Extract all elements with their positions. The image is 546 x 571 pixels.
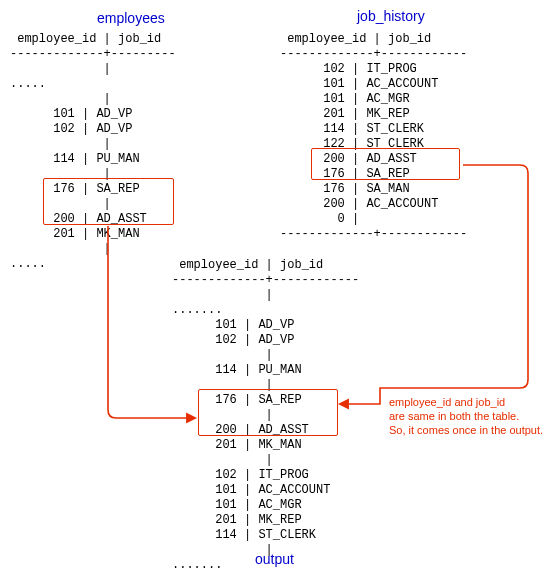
annotation-line: employee_id and job_id xyxy=(389,395,546,409)
table-row: 176 | SA_REP xyxy=(280,167,467,182)
table-row: 176 | SA_REP xyxy=(172,393,359,408)
table-row: 101 | AC_MGR xyxy=(280,92,467,107)
output-bar: | xyxy=(172,408,359,423)
employees-col2: job_id xyxy=(118,32,161,46)
output-col2: job_id xyxy=(280,258,323,272)
output-dots: ....... xyxy=(172,303,359,318)
table-row: 101 | AC_ACCOUNT xyxy=(280,77,467,92)
table-row: 102 | IT_PROG xyxy=(280,62,467,77)
table-row: 114 | ST_CLERK xyxy=(172,528,359,543)
jobhistory-col1: employee_id xyxy=(287,32,366,46)
table-row: 114 | ST_CLERK xyxy=(280,122,467,137)
table-row: 200 | AD_ASST xyxy=(172,423,359,438)
table-row: 200 | AD_ASST xyxy=(10,212,176,227)
job-history-table: employee_id | job_id -------------+-----… xyxy=(280,32,467,242)
employees-bar: | xyxy=(10,197,176,212)
jobhistory-col2: job_id xyxy=(388,32,431,46)
annotation-line: So, it comes once in the output. xyxy=(389,423,546,437)
table-row: 201 | MK_REP xyxy=(172,513,359,528)
output-col1: employee_id xyxy=(179,258,258,272)
employees-bar: | xyxy=(10,167,176,182)
table-row: 176 | SA_MAN xyxy=(280,182,467,197)
job-history-title: job_history xyxy=(357,8,425,24)
table-row: 114 | PU_MAN xyxy=(172,363,359,378)
table-row: 102 | IT_PROG xyxy=(172,468,359,483)
employees-bar: | xyxy=(10,137,176,152)
table-row: 101 | AD_VP xyxy=(172,318,359,333)
employees-dots: ..... xyxy=(10,257,176,272)
output-bar: | xyxy=(172,348,359,363)
annotation-text: employee_id and job_id are same in both … xyxy=(389,395,546,437)
output-bar: | xyxy=(172,378,359,393)
jobhistory-dash: -------------+------------ xyxy=(280,47,467,62)
table-row: 201 | MK_MAN xyxy=(10,227,176,242)
output-dots: ....... xyxy=(172,558,359,571)
output-bar: | xyxy=(172,453,359,468)
table-row: 101 | AC_ACCOUNT xyxy=(172,483,359,498)
output-table: employee_id | job_id -------------+-----… xyxy=(172,258,359,571)
table-row: 101 | AD_VP xyxy=(10,107,176,122)
employees-bar: | xyxy=(10,242,176,257)
employees-table: employee_id | job_id -------------+-----… xyxy=(10,32,176,272)
employees-dots: ..... xyxy=(10,77,176,92)
output-bar: | xyxy=(172,543,359,558)
table-row: 102 | AD_VP xyxy=(10,122,176,137)
annotation-line: are same in both the table. xyxy=(389,409,546,423)
table-row: 200 | AD_ASST xyxy=(280,152,467,167)
table-row: 102 | AD_VP xyxy=(172,333,359,348)
jobhistory-dash: -------------+------------ xyxy=(280,227,467,242)
employees-col1: employee_id xyxy=(17,32,96,46)
table-row: 0 | xyxy=(280,212,467,227)
table-row: 201 | MK_REP xyxy=(280,107,467,122)
employees-bar: | xyxy=(10,62,176,77)
employees-dash: -------------+--------- xyxy=(10,47,176,62)
employees-title: employees xyxy=(97,10,165,26)
output-bar: | xyxy=(172,288,359,303)
table-row: 122 | ST_CLERK xyxy=(280,137,467,152)
employees-bar: | xyxy=(10,92,176,107)
table-row: 200 | AC_ACCOUNT xyxy=(280,197,467,212)
table-row: 176 | SA_REP xyxy=(10,182,176,197)
output-dash: -------------+------------ xyxy=(172,273,359,288)
table-row: 114 | PU_MAN xyxy=(10,152,176,167)
table-row: 101 | AC_MGR xyxy=(172,498,359,513)
table-row: 201 | MK_MAN xyxy=(172,438,359,453)
